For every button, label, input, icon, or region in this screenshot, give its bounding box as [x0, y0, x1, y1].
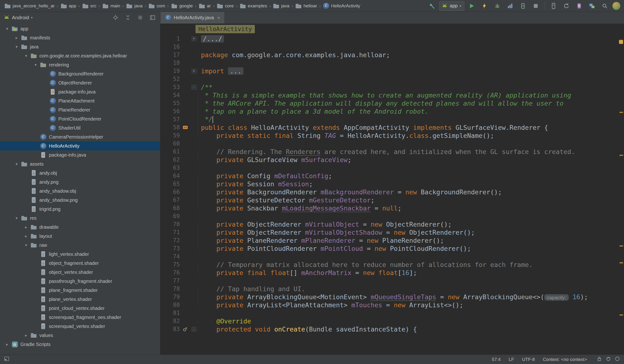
breadcrumb-item[interactable]: java	[272, 2, 290, 10]
breadcrumb-item[interactable]: main	[101, 2, 121, 10]
tree-item-planeattachment[interactable]: PlaneAttachment	[0, 96, 160, 105]
hide-panel-button[interactable]	[148, 13, 157, 22]
tree-item-andy-obj[interactable]: andy.obj	[0, 168, 160, 178]
tree-item-pointcloudrenderer[interactable]: PointCloudRenderer	[0, 114, 160, 123]
hammer-button[interactable]	[426, 1, 437, 11]
code-line[interactable]: 81	[160, 309, 624, 317]
code-line[interactable]: 70 private ObjectRenderer mVirtualObject…	[160, 220, 624, 228]
code-line[interactable]: 77	[160, 277, 624, 285]
expand-arrow-icon[interactable]: ▸	[22, 333, 30, 338]
tree-item-screenquad-vertex-shader[interactable]: screenquad_vertex.shader	[0, 322, 160, 331]
tree-item-raw[interactable]: ▾raw	[0, 241, 160, 250]
fold-collapse-icon[interactable]: -	[192, 327, 196, 332]
breadcrumb-item[interactable]: app	[60, 2, 77, 10]
tree-item-manifests[interactable]: ▸manifests	[0, 33, 160, 42]
encoding-widget[interactable]: UTF-8	[522, 357, 535, 362]
breadcrumb-current-class[interactable]: HelloArActivity	[196, 25, 255, 33]
tree-item-light-vertex-shader[interactable]: light_vertex.shader	[0, 250, 160, 259]
locate-file-button[interactable]	[111, 13, 120, 22]
code-line[interactable]: 56 * tap on a plane to place a 3d model …	[160, 107, 624, 115]
breadcrumb-item[interactable]: examples	[238, 2, 268, 10]
code-line[interactable]: 60	[160, 139, 624, 148]
code-line[interactable]: 62 private GLSurfaceView mSurfaceView;	[160, 156, 624, 164]
expand-arrow-icon[interactable]: ▸	[12, 35, 21, 40]
code-line[interactable]: 55 * the ARCore API. The application wil…	[160, 99, 624, 107]
tree-item-andy-shadow-png[interactable]: andy_shadow.png	[0, 196, 160, 205]
caret-position-widget[interactable]: 57:4	[492, 357, 501, 362]
editor-tab[interactable]: HelloArActivity.java×	[160, 12, 225, 24]
tree-item-object-fragment-shader[interactable]: object_fragment.shader	[0, 259, 160, 268]
code-line[interactable]: 16	[160, 43, 624, 51]
tree-item-point-cloud-vertex-shader[interactable]: point_cloud_vertex.shader	[0, 304, 160, 313]
code-line[interactable]: 59 private static final String TAG = Hel…	[160, 131, 624, 139]
expand-arrow-icon[interactable]: ▾	[3, 26, 11, 31]
expand-arrow-icon[interactable]: ▸	[22, 225, 30, 230]
tree-item-object-vertex-shader[interactable]: object_vertex.shader	[0, 268, 160, 277]
code-line[interactable]: 66 private BackgroundRenderer mBackgroun…	[160, 188, 624, 196]
code-line[interactable]: 71 private ObjectRenderer mVirtualObject…	[160, 228, 624, 236]
tree-item-package-info-java[interactable]: package-info.java	[0, 87, 160, 96]
tree-item-camerapermissionhelper[interactable]: CameraPermissionHelper	[0, 132, 160, 141]
code-line[interactable]: 69	[160, 212, 624, 220]
tree-item-res[interactable]: ▾res	[0, 213, 160, 223]
avd-manager-button[interactable]	[548, 1, 559, 11]
tree-item-java[interactable]: ▾java	[0, 42, 160, 51]
code-line[interactable]: 83- protected void onCreate(Bundle saved…	[160, 325, 624, 333]
code-line[interactable]: 76 private final float[] mAnchorMatrix =…	[160, 269, 624, 277]
search-button[interactable]	[599, 1, 610, 11]
code-line[interactable]: 67 private GestureDetector mGestureDetec…	[160, 196, 624, 204]
breadcrumb-item[interactable]: java_arcore_hello_ar	[3, 2, 55, 10]
code-line[interactable]: 54 * This is a simple example that shows…	[160, 91, 624, 99]
tree-item-objectrenderer[interactable]: ObjectRenderer	[0, 78, 160, 87]
expand-arrow-icon[interactable]: ▾	[31, 62, 40, 67]
code-line[interactable]: 73 private PointCloudRenderer mPointClou…	[160, 244, 624, 253]
tree-item-layout[interactable]: ▸layout	[0, 232, 160, 241]
settings-gear-button[interactable]	[136, 13, 145, 22]
tree-item-planerenderer[interactable]: PlaneRenderer	[0, 105, 160, 114]
code-line[interactable]: 74	[160, 253, 624, 260]
code-line[interactable]: 19+import ...	[160, 67, 624, 75]
context-widget[interactable]: Context: <no context>	[543, 357, 587, 362]
code-line[interactable]: 72 private PlaneRenderer mPlaneRenderer …	[160, 236, 624, 244]
code-line[interactable]: 79 private ArrayBlockingQueue<MotionEven…	[160, 293, 624, 301]
code-line[interactable]: 63	[160, 164, 624, 172]
tree-item-andy-shadow-obj[interactable]: andy_shadow.obj	[0, 186, 160, 196]
code-line[interactable]: 1+/.../	[160, 35, 624, 43]
expand-arrow-icon[interactable]: ▾	[12, 44, 21, 49]
breadcrumb-item[interactable]: com	[147, 2, 166, 10]
code-line[interactable]: 68 private Snackbar mLoadingMessageSnack…	[160, 204, 624, 212]
tree-item-drawable[interactable]: ▸drawable	[0, 223, 160, 232]
tree-item-plane-vertex-shader[interactable]: plane_vertex.shader	[0, 295, 160, 304]
code-line[interactable]: 64 private Config mDefaultConfig;	[160, 172, 624, 180]
tree-item-helloaractivity[interactable]: HelloArActivity	[0, 141, 160, 151]
tree-item-gradle-scripts[interactable]: ▸Gradle Scripts	[0, 340, 160, 349]
fold-expand-icon[interactable]: +	[192, 37, 196, 41]
code-line[interactable]: 18	[160, 59, 624, 67]
layout-inspector-button[interactable]	[574, 1, 585, 11]
stop-button[interactable]	[530, 1, 541, 11]
code-line[interactable]: 80 private ArrayList<PlaneAttachment> mT…	[160, 301, 624, 309]
tree-item-passthrough-fragment-shader[interactable]: passthrough_fragment.shader	[0, 277, 160, 286]
tree-item-screenquad-fragment-oes-shader[interactable]: screenquad_fragment_oes.shader	[0, 313, 160, 322]
debug-button[interactable]	[492, 1, 503, 11]
inspector-profile-icon[interactable]	[605, 356, 611, 363]
close-tab-icon[interactable]: ×	[217, 15, 220, 21]
expand-arrow-icon[interactable]: ▾	[12, 162, 21, 167]
code-editor[interactable]: 1+/.../1617package com.google.ar.core.ex…	[160, 34, 624, 355]
code-line[interactable]: 58public class HelloArActivity extends A…	[160, 123, 624, 131]
breadcrumb-item[interactable]: helloar	[294, 2, 318, 10]
code-line[interactable]: 52	[160, 75, 624, 83]
fold-expand-icon[interactable]: +	[192, 69, 196, 73]
fold-collapse-icon[interactable]: -	[192, 85, 196, 89]
breadcrumb-item[interactable]: google	[170, 2, 194, 10]
tree-item-trigrid-png[interactable]: trigrid.png	[0, 205, 160, 213]
breadcrumb-item[interactable]: HelloArActivity	[322, 2, 361, 10]
code-line[interactable]: 82 @Override	[160, 317, 624, 325]
collapse-all-button[interactable]	[124, 13, 132, 22]
breadcrumb-item[interactable]: src	[81, 2, 97, 10]
tree-item-backgroundrenderer[interactable]: BackgroundRenderer	[0, 69, 160, 78]
sync-project-button[interactable]	[561, 1, 572, 11]
breadcrumb-item[interactable]: ar	[198, 2, 212, 10]
toggle-toolwindows-icon[interactable]	[4, 356, 9, 363]
breadcrumb-item[interactable]: java	[125, 2, 144, 10]
